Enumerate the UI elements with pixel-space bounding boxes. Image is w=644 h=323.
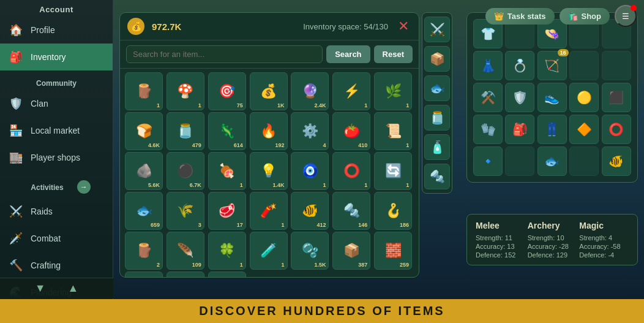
sidebar-item-player-shops[interactable]: 🏬 Player shops bbox=[0, 144, 113, 171]
search-input[interactable] bbox=[126, 45, 323, 63]
equip-cell-9[interactable] bbox=[602, 51, 631, 80]
equip-cell-8[interactable] bbox=[569, 51, 599, 80]
archery-col: Archery Strength: 10 Accuracy: -28 Defen… bbox=[528, 221, 577, 259]
item-cell-26[interactable]: 🔩 146 bbox=[332, 192, 370, 230]
item-cell-7[interactable]: 🍞 4.6K bbox=[125, 112, 163, 150]
item-count-14: 5.6K bbox=[148, 182, 160, 188]
equip-cell-24[interactable]: 🐠 bbox=[602, 146, 631, 176]
sidebar-item-profile[interactable]: 🏠 Profile bbox=[0, 17, 113, 44]
item-cell-17[interactable]: 💡 1.4K bbox=[250, 152, 288, 190]
item-cell-16[interactable]: 🍖 1 bbox=[208, 152, 246, 190]
item-cell-19[interactable]: ⭕ 1 bbox=[332, 152, 370, 190]
reset-button[interactable]: Reset bbox=[374, 45, 413, 63]
item-cell-5[interactable]: ⚡ 1 bbox=[332, 72, 370, 110]
sidebar-item-crafting[interactable]: 🔨 Crafting bbox=[0, 252, 113, 279]
archery-defence: Defence: 129 bbox=[528, 251, 577, 259]
equip-cell-6[interactable]: 💍 bbox=[505, 51, 534, 80]
sidebar-raids-label: Raids bbox=[31, 207, 53, 216]
task-stats-button[interactable]: 👑 Task stats bbox=[485, 8, 555, 25]
item-cell-3[interactable]: 💰 1K bbox=[250, 72, 288, 110]
item-cell-31[interactable]: 🧪 1 bbox=[250, 232, 288, 270]
shop-button[interactable]: 🛍️ Shop bbox=[560, 8, 610, 25]
equip-cell-11[interactable]: 🛡️ bbox=[505, 83, 534, 112]
equip-cell-7[interactable]: 🏹16 bbox=[537, 51, 567, 80]
equip-cell-15[interactable]: 🧤 bbox=[473, 115, 503, 144]
close-button[interactable]: ✕ bbox=[395, 18, 411, 34]
sidebar-item-inventory[interactable]: 🎒 Inventory bbox=[0, 44, 113, 70]
sidebar-item-raids[interactable]: ⚔️ Raids bbox=[0, 198, 113, 225]
item-cell-6[interactable]: 🌿 1 bbox=[374, 72, 412, 110]
equip-cell-19[interactable]: ⭕ bbox=[602, 115, 631, 144]
item-cell-37[interactable]: 🥕 640 bbox=[208, 272, 246, 277]
sidebar-item-local-market[interactable]: 🏪 Local market bbox=[0, 117, 113, 144]
nav-down-btn[interactable]: ▼ bbox=[30, 281, 51, 296]
item-cell-0[interactable]: 🪵 1 bbox=[125, 72, 163, 110]
item-cell-18[interactable]: 🧿 1 bbox=[291, 152, 329, 190]
item-cell-21[interactable]: 🐟 659 bbox=[125, 192, 163, 230]
equip-emoji-7: 🏹 bbox=[544, 58, 560, 73]
activities-arrow-btn[interactable]: → bbox=[77, 180, 91, 194]
item-cell-23[interactable]: 🥩 17 bbox=[208, 192, 246, 230]
menu-button[interactable]: ☰ bbox=[615, 5, 637, 27]
item-count-15: 6.7K bbox=[190, 182, 201, 188]
item-count-27: 186 bbox=[400, 222, 409, 228]
equip-cell-10[interactable]: ⚒️ bbox=[473, 83, 503, 112]
side-item-4[interactable]: 🧴 bbox=[424, 134, 450, 160]
side-item-1[interactable]: 📦 bbox=[424, 46, 450, 72]
equip-cell-22[interactable]: 🐟 bbox=[537, 146, 567, 176]
item-cell-9[interactable]: 🦎 614 bbox=[208, 112, 246, 150]
side-item-3[interactable]: 🫙 bbox=[424, 105, 450, 131]
item-cell-4[interactable]: 🔮 2.4K bbox=[291, 72, 329, 110]
search-button[interactable]: Search bbox=[326, 45, 370, 63]
item-cell-36[interactable]: 📫 1 bbox=[167, 272, 204, 277]
nav-up-btn[interactable]: ▲ bbox=[63, 281, 84, 296]
item-cell-27[interactable]: 🪝 186 bbox=[374, 192, 412, 230]
item-cell-2[interactable]: 🎯 75 bbox=[208, 72, 246, 110]
equip-cell-16[interactable]: 🎒 bbox=[505, 115, 534, 144]
equip-cell-21[interactable] bbox=[505, 146, 534, 176]
item-cell-35[interactable]: 🗂️ 766 bbox=[125, 272, 163, 277]
item-cell-22[interactable]: 🌾 3 bbox=[167, 192, 204, 230]
item-count-23: 17 bbox=[237, 222, 243, 228]
equip-cell-23[interactable] bbox=[569, 146, 599, 176]
item-cell-29[interactable]: 🪶 109 bbox=[167, 232, 204, 270]
item-emoji-29: 🪶 bbox=[177, 244, 193, 257]
equip-cell-18[interactable]: 🔶 bbox=[569, 115, 599, 144]
item-cell-20[interactable]: 🔄 1 bbox=[374, 152, 412, 190]
side-item-5[interactable]: 🔩 bbox=[424, 164, 450, 189]
side-item-0[interactable]: ⚔️ bbox=[424, 17, 450, 42]
item-cell-15[interactable]: ⚫ 6.7K bbox=[167, 152, 204, 190]
item-cell-8[interactable]: 🫙 479 bbox=[167, 112, 204, 150]
item-cell-28[interactable]: 🪵 2 bbox=[125, 232, 163, 270]
inventory-panel: 💰 972.7K Inventory space: 54/130 ✕ Searc… bbox=[119, 12, 419, 278]
equip-cell-17[interactable]: 👖 bbox=[537, 115, 567, 144]
item-cell-12[interactable]: 🍅 410 bbox=[332, 112, 370, 150]
item-cell-13[interactable]: 📜 1 bbox=[374, 112, 412, 150]
item-cell-10[interactable]: 🔥 192 bbox=[250, 112, 288, 150]
item-cell-33[interactable]: 📦 387 bbox=[332, 232, 370, 270]
sidebar-item-combat[interactable]: 🗡️ Combat bbox=[0, 225, 113, 252]
equip-cell-12[interactable]: 👟 bbox=[537, 83, 567, 112]
equip-cell-5[interactable]: 👗 bbox=[473, 51, 503, 80]
item-count-11: 4 bbox=[323, 142, 326, 148]
item-emoji-20: 🔄 bbox=[385, 164, 402, 178]
equip-emoji-22: 🐟 bbox=[544, 154, 560, 169]
equip-cell-14[interactable]: ⬛ bbox=[602, 83, 631, 112]
combat-icon: 🗡️ bbox=[7, 230, 24, 247]
item-cell-34[interactable]: 🧱 259 bbox=[374, 232, 412, 270]
side-item-2[interactable]: 🐟 bbox=[424, 75, 450, 101]
equip-cell-13[interactable]: 🟡 bbox=[569, 83, 599, 112]
notification-badge bbox=[631, 5, 637, 11]
item-cell-32[interactable]: 🫧 1.5K bbox=[291, 232, 329, 270]
item-emoji-21: 🐟 bbox=[136, 204, 152, 218]
item-cell-11[interactable]: ⚙️ 4 bbox=[291, 112, 329, 150]
item-cell-1[interactable]: 🍄 1 bbox=[167, 72, 204, 110]
item-cell-24[interactable]: 🧨 1 bbox=[250, 192, 288, 230]
item-cell-14[interactable]: 🪨 5.6K bbox=[125, 152, 163, 190]
equip-emoji-16: 🎒 bbox=[512, 122, 528, 137]
item-cell-30[interactable]: 🍀 1 bbox=[208, 232, 246, 270]
sidebar-item-clan[interactable]: 🛡️ Clan bbox=[0, 90, 113, 117]
item-cell-25[interactable]: 🐠 412 bbox=[291, 192, 329, 230]
equip-cell-20[interactable]: 🔹 bbox=[473, 146, 503, 176]
item-count-33: 387 bbox=[358, 262, 367, 268]
